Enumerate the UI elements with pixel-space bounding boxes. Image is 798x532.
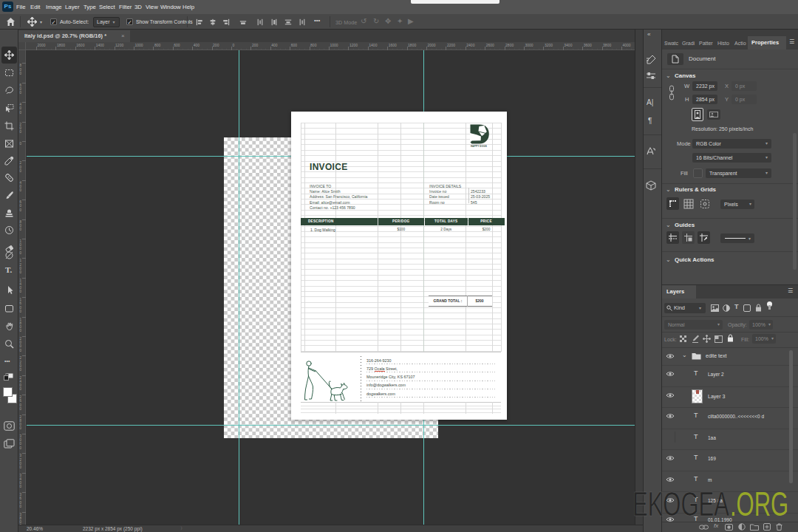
svg-text:.ORG: .ORG bbox=[730, 485, 788, 523]
svg-text:EKOGEA: EKOGEA bbox=[632, 485, 729, 523]
